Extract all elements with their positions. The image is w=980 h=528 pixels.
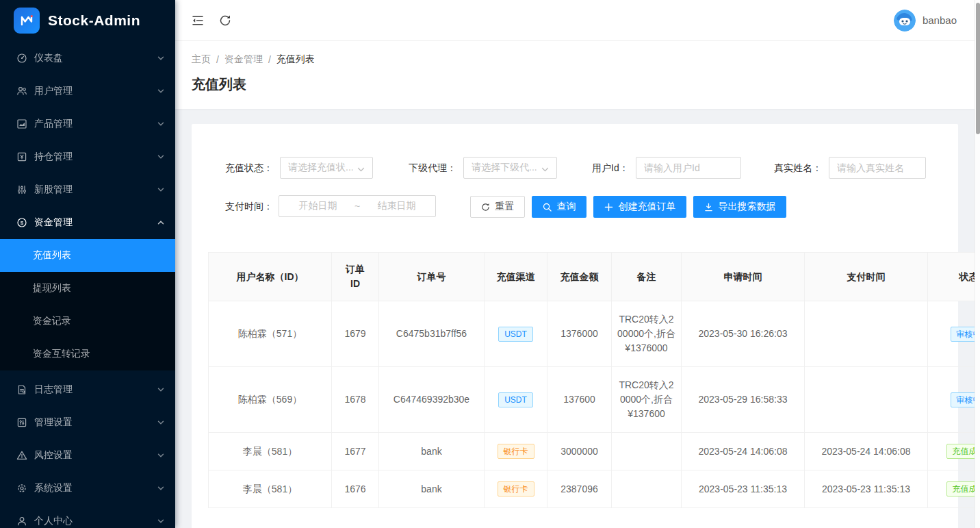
user-icon — [16, 516, 27, 527]
breadcrumb-separator: / — [216, 54, 219, 65]
cell-pay-time: 2023-05-24 14:06:08 — [805, 433, 928, 470]
user-id-label: 用户Id： — [592, 157, 629, 179]
reset-button[interactable]: 重置 — [470, 196, 525, 218]
main-area: banbao 主页 / 资金管理 / 充值列表 充值列表 充值状态： 请选择充值… — [175, 0, 980, 528]
sidebar-item-admin[interactable]: 管理设置 — [0, 409, 175, 436]
cell-remark: TRC20转入200000个,折合¥1376000 — [612, 301, 682, 367]
sidebar-item-users[interactable]: 用户管理 — [0, 77, 175, 105]
cell-apply-time: 2023-05-24 14:06:08 — [682, 433, 805, 470]
column-header: 订单 ID — [332, 253, 379, 301]
recharge-status-select[interactable]: 请选择充值状... — [280, 157, 373, 179]
sidebar-item-label: 管理设置 — [34, 416, 157, 429]
date-start-placeholder: 开始日期 — [287, 200, 349, 212]
account-book-icon — [16, 151, 27, 162]
cell-pay-time: 2023-05-23 11:35:13 — [805, 470, 928, 508]
reload-icon[interactable] — [219, 14, 231, 27]
cell-order-id: 1676 — [332, 470, 379, 508]
dashboard-icon — [16, 53, 27, 64]
table-row: 李晨（581）1676bank银行卡23870962023-05-23 11:3… — [209, 470, 980, 508]
sidebar-item-risk[interactable]: 风控设置 — [0, 442, 175, 469]
cell-order-id: 1677 — [332, 433, 379, 470]
real-name-field[interactable] — [829, 157, 926, 179]
search-icon — [543, 203, 552, 212]
sidebar-submenu-funds: 充值列表提现列表资金记录资金互转记录 — [0, 239, 175, 370]
create-recharge-order-button[interactable]: 创建充值订单 — [593, 196, 686, 218]
cell-channel: 银行卡 — [485, 433, 547, 470]
search-button[interactable]: 查询 — [532, 196, 586, 218]
sidebar-subitem-withdraw-list[interactable]: 提现列表 — [0, 272, 175, 305]
sidebar-item-profile[interactable]: 个人中心 — [0, 507, 175, 528]
real-name-input[interactable] — [837, 162, 918, 173]
cell-user: 李晨（581） — [209, 433, 332, 470]
breadcrumb-current: 充值列表 — [276, 53, 315, 66]
chevron-down-icon — [157, 518, 164, 525]
chevron-down-icon — [157, 485, 164, 492]
sidebar: Stock-Admin 仪表盘用户管理产品管理持仓管理新股管理$资金管理充值列表… — [0, 0, 175, 528]
sidebar-menu: 仪表盘用户管理产品管理持仓管理新股管理$资金管理充值列表提现列表资金记录资金互转… — [0, 45, 175, 528]
cell-remark — [612, 470, 682, 508]
breadcrumb-funds[interactable]: 资金管理 — [224, 53, 263, 66]
column-header: 申请时间 — [682, 253, 805, 301]
sidebar-item-logs[interactable]: 日志管理 — [0, 376, 175, 403]
breadcrumb-home[interactable]: 主页 — [192, 53, 211, 66]
cell-order-no: bank — [379, 470, 485, 508]
chevron-down-icon — [157, 419, 164, 426]
cell-pay-time — [805, 367, 928, 433]
sidebar-item-label: 持仓管理 — [34, 151, 157, 163]
menu-fold-icon[interactable] — [192, 14, 204, 27]
app-logo[interactable]: Stock-Admin — [0, 0, 175, 41]
sidebar-item-positions[interactable]: 持仓管理 — [0, 143, 175, 171]
sidebar-item-label: 产品管理 — [34, 118, 157, 130]
sidebar-subitem-recharge-list[interactable]: 充值列表 — [0, 239, 175, 272]
export-search-data-button[interactable]: 导出搜索数据 — [693, 196, 786, 218]
cell-amount: 1376000 — [547, 301, 612, 367]
app-title: Stock-Admin — [48, 12, 140, 29]
chevron-down-icon — [357, 164, 365, 172]
topbar: banbao — [175, 0, 980, 41]
page-head: 主页 / 资金管理 / 充值列表 充值列表 — [175, 41, 980, 109]
dollar-circle-icon: $ — [16, 217, 27, 228]
sidebar-item-products[interactable]: 产品管理 — [0, 110, 175, 138]
user-menu[interactable]: banbao — [894, 10, 966, 32]
sidebar-item-funds[interactable]: $资金管理 — [0, 209, 175, 236]
cell-user: 李晨（581） — [209, 470, 332, 508]
cell-remark: TRC20转入20000个,折合¥137600 — [612, 367, 682, 433]
column-header: 订单号 — [379, 253, 485, 301]
sidebar-item-label: 系统设置 — [34, 482, 157, 494]
scrollbar-thumb[interactable] — [976, 3, 980, 134]
svg-text:$: $ — [21, 220, 24, 226]
cell-apply-time: 2023-05-30 16:26:03 — [682, 301, 805, 367]
sidebar-item-label: 个人中心 — [34, 515, 157, 527]
chart-icon — [16, 118, 27, 129]
sidebar-item-label: 仪表盘 — [34, 52, 157, 64]
vertical-scrollbar — [975, 0, 980, 528]
channel-badge: USDT — [498, 392, 533, 407]
breadcrumb: 主页 / 资金管理 / 充值列表 — [192, 53, 964, 66]
cell-order-id: 1679 — [332, 301, 379, 367]
sidebar-subitem-transfer-records[interactable]: 资金互转记录 — [0, 338, 175, 370]
download-icon — [704, 203, 713, 212]
pay-time-range-picker[interactable]: 开始日期 ~ 结束日期 — [279, 195, 436, 217]
user-id-input[interactable] — [644, 162, 733, 173]
filter-and-table-card: 充值状态： 请选择充值状... 下级代理： 请选择下级代... 用户Id： 真实… — [192, 124, 958, 528]
date-end-placeholder: 结束日期 — [365, 200, 428, 212]
sidebar-item-dashboard[interactable]: 仪表盘 — [0, 45, 175, 72]
sidebar-subitem-fund-records[interactable]: 资金记录 — [0, 305, 175, 338]
user-id-field[interactable] — [636, 157, 741, 179]
settings-box-icon — [16, 417, 27, 428]
cell-channel: 银行卡 — [485, 470, 547, 508]
sidebar-item-system[interactable]: 系统设置 — [0, 475, 175, 502]
sidebar-item-ipo[interactable]: 新股管理 — [0, 176, 175, 203]
cell-pay-time — [805, 301, 928, 367]
team-icon — [16, 86, 27, 97]
agent-select[interactable]: 请选择下级代... — [463, 157, 557, 179]
agent-label: 下级代理： — [409, 157, 456, 179]
cell-amount: 3000000 — [547, 433, 612, 470]
cell-status: 充值成功 — [928, 433, 980, 470]
page-title: 充值列表 — [192, 75, 964, 94]
column-header: 状态 — [928, 253, 980, 301]
column-header: 用户名称（ID） — [209, 253, 332, 301]
cell-order-id: 1678 — [332, 367, 379, 433]
reset-icon — [481, 203, 490, 212]
sidebar-item-label: 风控设置 — [34, 449, 157, 462]
